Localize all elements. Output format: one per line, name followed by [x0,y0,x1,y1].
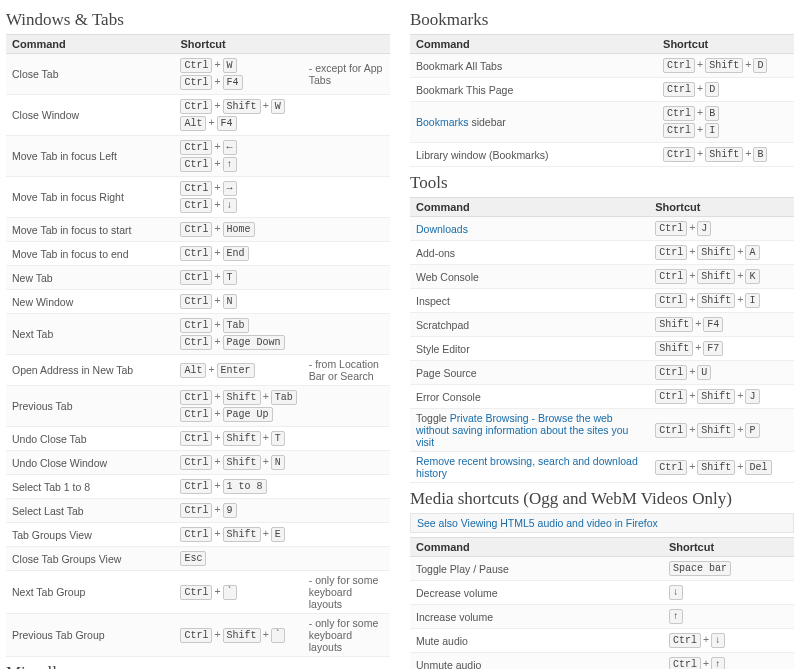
plus-separator: + [261,628,271,640]
command-cell: Next Tab Group [6,571,174,614]
key-ctrl: Ctrl [180,99,212,114]
key-ctrl: Ctrl [180,407,212,422]
key-9: 9 [223,503,237,518]
shortcut-cell: Ctrl+N [174,290,302,314]
table-row: InspectCtrl+Shift+I [410,289,794,313]
command-cell: Web Console [410,265,649,289]
shortcut-cell: Ctrl+` [174,571,302,614]
command-cell: Add-ons [410,241,649,265]
plus-separator: + [206,363,216,375]
column-header: Shortcut [649,198,794,217]
table-row: Add-onsCtrl+Shift+A [410,241,794,265]
note-cell [303,427,390,451]
table-row: Increase volume↑ [410,605,794,629]
note-cell [303,314,390,355]
command-cell: Bookmarks sidebar [410,102,657,143]
plus-separator: + [212,318,222,330]
table-row: Bookmarks sidebarCtrl+BCtrl+I [410,102,794,143]
note-cell: - only for some keyboard layouts [303,614,390,657]
plus-separator: + [261,99,271,111]
table-row: Undo Close WindowCtrl+Shift+N [6,451,390,475]
key-shift: Shift [223,527,261,542]
command-link[interactable]: Remove recent browsing, search and downl… [416,455,638,479]
key-w: W [271,99,285,114]
plus-separator: + [212,99,222,111]
plus-separator: + [212,407,222,419]
command-link[interactable]: Downloads [416,223,468,235]
plus-separator: + [261,455,271,467]
plus-separator: + [701,657,711,669]
plus-separator: + [212,270,222,282]
plus-separator: + [212,479,222,491]
plus-separator: + [735,269,745,281]
shortcut-cell: Ctrl+Home [174,218,302,242]
table-row: Close WindowCtrl+Shift+WAlt+F4 [6,95,390,136]
command-cell: Undo Close Window [6,451,174,475]
key-ctrl: Ctrl [180,75,212,90]
key-alt: Alt [180,363,206,378]
table-row: Move Tab in focus RightCtrl+→Ctrl+↓ [6,177,390,218]
shortcut-cell: Ctrl+→Ctrl+↓ [174,177,302,218]
table-row: New WindowCtrl+N [6,290,390,314]
note-cell [303,266,390,290]
plus-separator: + [212,246,222,258]
plus-separator: + [687,245,697,257]
key-j: J [745,389,759,404]
table-row: Remove recent browsing, search and downl… [410,452,794,483]
plus-separator: + [212,585,222,597]
command-cell: Move Tab in focus Left [6,136,174,177]
plus-separator: + [212,181,222,193]
plus-separator: + [212,75,222,87]
key-shift: Shift [655,317,693,332]
command-cell: Error Console [410,385,649,409]
key-ctrl: Ctrl [180,270,212,285]
key-alt: Alt [180,116,206,131]
command-cell: Unmute audio [410,653,663,670]
key-ctrl: Ctrl [180,431,212,446]
shortcut-table: CommandShortcutBookmark All TabsCtrl+Shi… [410,34,794,167]
note-cell: - except for App Tabs [303,54,390,95]
shortcut-cell: Ctrl+9 [174,499,302,523]
table-row: Previous TabCtrl+Shift+TabCtrl+Page Up [6,386,390,427]
key-n: N [271,455,285,470]
key-esc: Esc [180,551,206,566]
key-j: J [697,221,711,236]
key-d: D [705,82,719,97]
command-cell: Open Address in New Tab [6,355,174,386]
info-link[interactable]: See also Viewing HTML5 audio and video i… [417,517,658,529]
table-row: Undo Close TabCtrl+Shift+T [6,427,390,451]
key-i: I [705,123,719,138]
plus-separator: + [261,390,271,402]
key-ctrl: Ctrl [663,147,695,162]
shortcut-cell: Shift+F4 [649,313,794,337]
shortcut-cell: Ctrl+Shift+J [649,385,794,409]
key-f4: F4 [217,116,237,131]
plus-separator: + [212,503,222,515]
key-ctrl: Ctrl [180,222,212,237]
shortcut-cell: Shift+F7 [649,337,794,361]
key-ctrl: Ctrl [655,365,687,380]
plus-separator: + [212,294,222,306]
section-title: Tools [410,173,794,193]
key-f7: F7 [703,341,723,356]
table-row: Mute audioCtrl+↓ [410,629,794,653]
shortcut-cell: Ctrl+Shift+I [649,289,794,313]
command-cell: Scratchpad [410,313,649,337]
key--: ↑ [223,157,237,172]
plus-separator: + [695,106,705,118]
key-ctrl: Ctrl [663,82,695,97]
key-ctrl: Ctrl [180,140,212,155]
key--: ↓ [223,198,237,213]
key-shift: Shift [697,460,735,475]
note-cell [303,386,390,427]
command-link[interactable]: Private Browsing - Browse the web withou… [416,412,628,448]
shortcut-cell: Ctrl+Shift+TabCtrl+Page Up [174,386,302,427]
table-row: Unmute audioCtrl+↑ [410,653,794,670]
key-ctrl: Ctrl [655,389,687,404]
command-cell: Tab Groups View [6,523,174,547]
command-link[interactable]: Bookmarks [416,116,469,128]
note-cell [303,499,390,523]
key-ctrl: Ctrl [180,527,212,542]
command-cell: Increase volume [410,605,663,629]
key-f4: F4 [703,317,723,332]
